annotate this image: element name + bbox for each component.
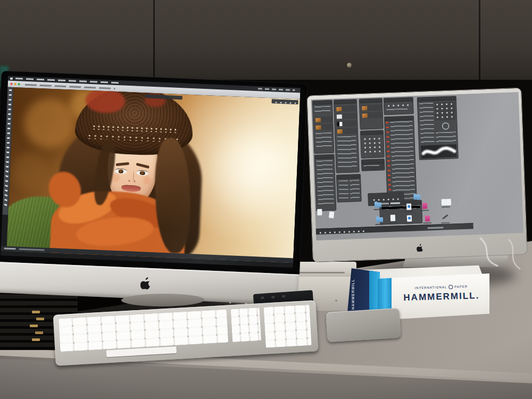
drive-led [335,300,337,302]
case-clasp [36,318,44,320]
keyboard-numpad [264,305,312,348]
maker-line: INTERNATIONAL PAPER [396,284,486,291]
ream-side-brand: HAMMERMILL [351,276,367,313]
case-clasp [32,338,40,341]
magic-trackpad [326,308,401,342]
keyboard-nav-keys [231,307,261,342]
hub-port [271,296,275,298]
cabinet-lock [347,63,352,68]
case-clasp [35,331,43,334]
apple-logo [417,244,424,252]
cinema-screen [311,92,523,240]
imac-screen [1,76,301,268]
screen-glare [1,76,301,268]
hub-port [282,295,285,297]
maker-right: PAPER [454,285,468,289]
photograph-desk-scene: HAMMERMILL INTERNATIONAL PAPER HAMMERMIL… [0,0,532,399]
keyboard-main-keys [59,310,228,352]
screen-glare [311,92,523,240]
apple-logo [140,276,152,289]
cabinet-seam [479,0,480,93]
ream-label: INTERNATIONAL PAPER HAMMERMILL. [396,284,486,315]
imac [0,66,307,329]
case-clasp [30,325,38,327]
international-paper-logo [448,285,453,289]
cinema-display [306,88,527,263]
maker-left: INTERNATIONAL [415,286,447,290]
imac-bezel [0,71,307,275]
hub-port [261,297,264,299]
ream-brand: HAMMERMILL. [397,290,486,304]
